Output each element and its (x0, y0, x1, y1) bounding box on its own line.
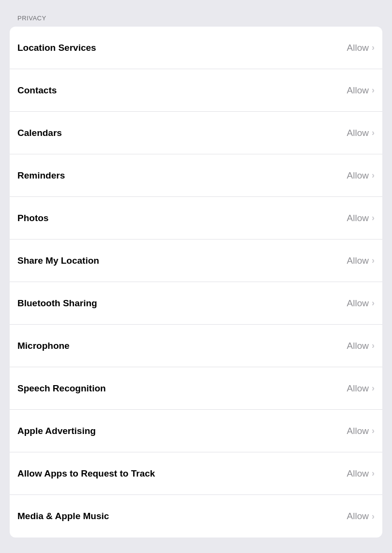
settings-row-contacts[interactable]: ContactsAllow› (10, 69, 382, 112)
row-right-location-services: Allow› (347, 43, 375, 53)
settings-row-photos[interactable]: PhotosAllow› (10, 197, 382, 239)
label-share-my-location: Share My Location (17, 255, 347, 266)
chevron-right-icon: › (372, 426, 375, 436)
row-right-contacts: Allow› (347, 85, 375, 96)
row-right-media-apple-music: Allow› (347, 511, 375, 522)
value-allow-apps-to-request-to-track: Allow (347, 468, 369, 479)
chevron-right-icon: › (372, 43, 375, 53)
label-media-apple-music: Media & Apple Music (17, 511, 347, 522)
row-right-photos: Allow› (347, 213, 375, 224)
settings-row-share-my-location[interactable]: Share My LocationAllow› (10, 239, 382, 282)
row-right-microphone: Allow› (347, 341, 375, 351)
chevron-right-icon: › (372, 213, 375, 223)
settings-row-reminders[interactable]: RemindersAllow› (10, 154, 382, 197)
value-contacts: Allow (347, 85, 369, 96)
label-reminders: Reminders (17, 170, 347, 181)
label-bluetooth-sharing: Bluetooth Sharing (17, 298, 347, 309)
label-contacts: Contacts (17, 85, 347, 96)
settings-row-bluetooth-sharing[interactable]: Bluetooth SharingAllow› (10, 282, 382, 325)
chevron-right-icon: › (372, 128, 375, 138)
chevron-right-icon: › (372, 383, 375, 393)
settings-row-speech-recognition[interactable]: Speech RecognitionAllow› (10, 367, 382, 410)
settings-row-apple-advertising[interactable]: Apple AdvertisingAllow› (10, 410, 382, 452)
value-location-services: Allow (347, 43, 369, 53)
value-share-my-location: Allow (347, 255, 369, 266)
value-bluetooth-sharing: Allow (347, 298, 369, 309)
row-right-speech-recognition: Allow› (347, 383, 375, 394)
chevron-right-icon: › (372, 298, 375, 308)
label-photos: Photos (17, 213, 347, 224)
settings-row-media-apple-music[interactable]: Media & Apple MusicAllow› (10, 495, 382, 538)
chevron-right-icon: › (372, 170, 375, 180)
value-microphone: Allow (347, 341, 369, 351)
row-right-calendars: Allow› (347, 128, 375, 138)
settings-row-location-services[interactable]: Location ServicesAllow› (10, 27, 382, 69)
value-calendars: Allow (347, 128, 369, 138)
row-right-share-my-location: Allow› (347, 255, 375, 266)
value-media-apple-music: Allow (347, 511, 369, 522)
settings-group: Location ServicesAllow›ContactsAllow›Cal… (10, 27, 382, 538)
label-calendars: Calendars (17, 128, 347, 138)
row-right-bluetooth-sharing: Allow› (347, 298, 375, 309)
section-header: Privacy (10, 15, 382, 22)
label-allow-apps-to-request-to-track: Allow Apps to Request to Track (17, 468, 347, 479)
settings-row-calendars[interactable]: CalendarsAllow› (10, 112, 382, 154)
chevron-right-icon: › (372, 255, 375, 266)
settings-row-microphone[interactable]: MicrophoneAllow› (10, 325, 382, 367)
label-location-services: Location Services (17, 43, 347, 53)
value-photos: Allow (347, 213, 369, 224)
row-right-reminders: Allow› (347, 170, 375, 181)
label-speech-recognition: Speech Recognition (17, 383, 347, 394)
label-apple-advertising: Apple Advertising (17, 426, 347, 436)
value-reminders: Allow (347, 170, 369, 181)
chevron-right-icon: › (372, 468, 375, 478)
chevron-right-icon: › (372, 85, 375, 95)
row-right-allow-apps-to-request-to-track: Allow› (347, 468, 375, 479)
label-microphone: Microphone (17, 341, 347, 351)
row-right-apple-advertising: Allow› (347, 426, 375, 436)
settings-row-allow-apps-to-request-to-track[interactable]: Allow Apps to Request to TrackAllow› (10, 452, 382, 495)
value-apple-advertising: Allow (347, 426, 369, 436)
value-speech-recognition: Allow (347, 383, 369, 394)
chevron-right-icon: › (372, 341, 375, 351)
chevron-right-icon: › (372, 511, 375, 522)
